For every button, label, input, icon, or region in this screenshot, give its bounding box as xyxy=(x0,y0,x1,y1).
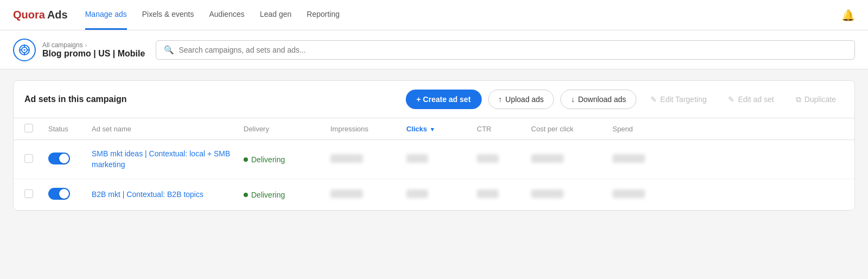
table-row: SMB mkt ideas | Contextual: local + SMB … xyxy=(14,140,854,179)
create-ad-set-button[interactable]: + Create ad set xyxy=(406,90,482,109)
row2-name-cell: B2B mkt | Contextual: B2B topics xyxy=(92,189,244,200)
nav-lead-gen[interactable]: Lead gen xyxy=(260,0,291,30)
row2-impressions-cell xyxy=(330,189,406,200)
row1-clicks-cell xyxy=(406,154,477,164)
edit-ad-set-button[interactable]: ✎ Edit ad set xyxy=(720,90,781,109)
search-bar: 🔍 xyxy=(156,40,855,60)
nav-links: Manage ads Pixels & events Audiences Lea… xyxy=(85,0,340,30)
row2-clicks-value xyxy=(406,189,428,198)
table-row: B2B mkt | Contextual: B2B topics Deliver… xyxy=(14,179,854,210)
row1-toggle[interactable] xyxy=(48,153,70,164)
search-icon: 🔍 xyxy=(164,45,174,55)
row1-ctr-value xyxy=(477,154,499,163)
breadcrumb-parent[interactable]: All campaigns › xyxy=(42,41,145,49)
panel-toolbar: Ad sets in this campaign + Create ad set… xyxy=(14,81,854,118)
row1-cpc-cell xyxy=(531,154,612,164)
th-spend[interactable]: Spend xyxy=(612,125,667,133)
logo: Quora Ads xyxy=(13,9,68,21)
row1-cpc-value xyxy=(531,154,564,163)
row1-delivery-cell: Delivering xyxy=(244,155,330,164)
nav-pixels-events[interactable]: Pixels & events xyxy=(142,0,194,30)
campaign-icon xyxy=(13,39,36,61)
ad-sets-panel: Ad sets in this campaign + Create ad set… xyxy=(13,80,855,211)
row1-impressions-cell xyxy=(330,154,406,164)
nav-left: Quora Ads Manage ads Pixels & events Aud… xyxy=(13,0,340,30)
upload-icon: ↑ xyxy=(499,95,502,104)
edit-adset-icon: ✎ xyxy=(728,95,735,104)
panel-title: Ad sets in this campaign xyxy=(24,94,399,104)
nav-reporting[interactable]: Reporting xyxy=(307,0,340,30)
row2-toggle[interactable] xyxy=(48,188,70,200)
top-nav: Quora Ads Manage ads Pixels & events Aud… xyxy=(0,0,868,30)
th-cpc[interactable]: Cost per click xyxy=(531,125,612,133)
th-clicks[interactable]: Clicks ▾ xyxy=(406,125,477,133)
svg-point-2 xyxy=(24,49,25,50)
row1-spend-cell xyxy=(612,154,667,164)
row1-impressions-value xyxy=(330,154,363,163)
row1-checkbox[interactable] xyxy=(24,154,33,163)
th-name[interactable]: Ad set name xyxy=(92,125,244,133)
th-checkbox[interactable] xyxy=(24,124,48,134)
duplicate-button[interactable]: ⧉ Duplicate xyxy=(788,90,844,109)
edit-targeting-button[interactable]: ✎ Edit Targeting xyxy=(643,90,714,109)
row1-name-cell: SMB mkt ideas | Contextual: local + SMB … xyxy=(92,149,244,170)
duplicate-icon: ⧉ xyxy=(796,95,801,104)
row2-cpc-cell xyxy=(531,189,612,200)
header-checkbox[interactable] xyxy=(24,124,33,132)
row1-spend-value xyxy=(612,154,645,163)
row1-clicks-value xyxy=(406,154,428,163)
chevron-right-icon: › xyxy=(85,42,87,48)
row2-delivery-cell: Delivering xyxy=(244,191,330,199)
upload-ads-button[interactable]: ↑ Upload ads xyxy=(488,90,554,109)
row2-status-dot xyxy=(244,193,248,197)
row1-toggle-cell xyxy=(48,153,92,166)
row1-ctr-cell xyxy=(477,154,531,164)
th-impressions[interactable]: Impressions xyxy=(330,125,406,133)
row2-spend-cell xyxy=(612,189,667,200)
row2-ctr-value xyxy=(477,189,499,198)
th-delivery[interactable]: Delivery xyxy=(244,125,330,133)
row2-checkbox-cell xyxy=(24,189,48,200)
row2-ad-name-link[interactable]: B2B mkt | Contextual: B2B topics xyxy=(92,190,203,199)
row1-checkbox-cell xyxy=(24,154,48,164)
breadcrumb-text: All campaigns › Blog promo | US | Mobile xyxy=(42,41,145,59)
table-header: Status Ad set name Delivery Impressions … xyxy=(14,118,854,140)
breadcrumb-left: All campaigns › Blog promo | US | Mobile xyxy=(13,39,145,61)
breadcrumb-current: Blog promo | US | Mobile xyxy=(42,49,145,59)
th-ctr[interactable]: CTR xyxy=(477,125,531,133)
search-input[interactable] xyxy=(178,46,847,54)
nav-audiences[interactable]: Audiences xyxy=(209,0,244,30)
main-content: Ad sets in this campaign + Create ad set… xyxy=(0,69,868,221)
logo-quora: Quora xyxy=(13,9,45,21)
row2-impressions-value xyxy=(330,189,363,198)
download-icon: ↓ xyxy=(571,95,575,104)
row2-toggle-cell xyxy=(48,188,92,201)
row1-ad-name-link[interactable]: SMB mkt ideas | Contextual: local + SMB … xyxy=(92,149,230,169)
row2-spend-value xyxy=(612,189,645,198)
breadcrumb-bar: All campaigns › Blog promo | US | Mobile… xyxy=(0,30,868,69)
sort-arrow-icon: ▾ xyxy=(431,126,434,132)
row2-checkbox[interactable] xyxy=(24,189,33,198)
row2-clicks-cell xyxy=(406,189,477,200)
logo-ads: Ads xyxy=(47,9,68,21)
th-status[interactable]: Status xyxy=(48,125,92,133)
edit-targeting-icon: ✎ xyxy=(650,95,657,104)
download-ads-button[interactable]: ↓ Download ads xyxy=(560,90,636,109)
nav-manage-ads[interactable]: Manage ads xyxy=(85,0,127,30)
row2-cpc-value xyxy=(531,189,564,198)
row2-ctr-cell xyxy=(477,189,531,200)
row1-status-dot xyxy=(244,157,248,162)
bell-icon[interactable]: 🔔 xyxy=(841,9,855,22)
